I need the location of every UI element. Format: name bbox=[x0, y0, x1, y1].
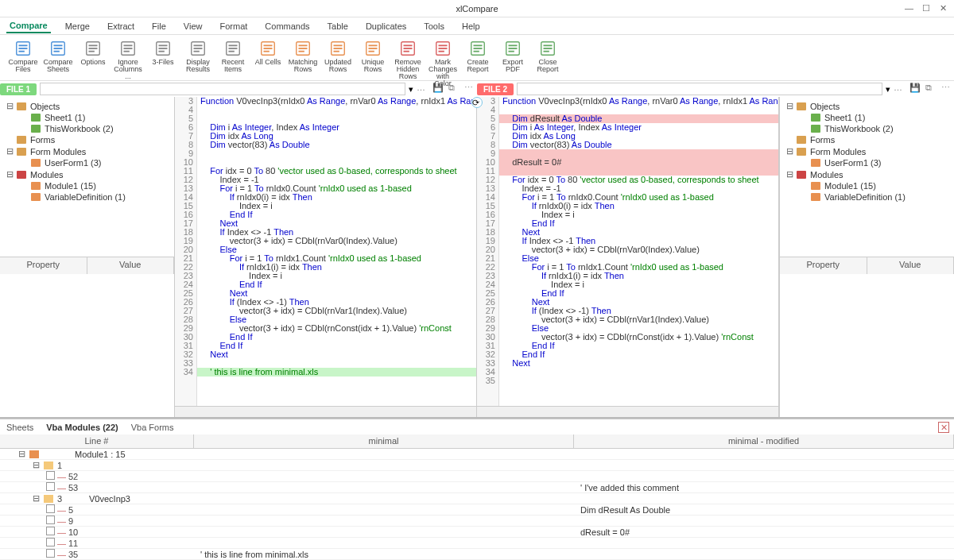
file1-copy-icon[interactable]: ⧉ bbox=[448, 83, 461, 95]
ribbon-all-cells[interactable]: All Cells bbox=[251, 38, 285, 68]
expand-icon[interactable]: ⊟ bbox=[29, 460, 43, 470]
file2-path-input[interactable] bbox=[517, 83, 882, 95]
tree-module1[interactable]: Module1 (15) bbox=[3, 180, 171, 191]
file2-copy-icon[interactable]: ⧉ bbox=[925, 83, 938, 95]
ribbon-close[interactable]: CloseReport bbox=[531, 38, 564, 75]
file2-dropdown-icon[interactable]: ▾ bbox=[886, 84, 890, 95]
diff-row[interactable]: ⊟3V0vecInp3 bbox=[0, 493, 954, 504]
diff-row[interactable]: —11 bbox=[0, 538, 954, 549]
file1-path-input[interactable] bbox=[40, 83, 405, 95]
menu-commands[interactable]: Commands bbox=[262, 20, 312, 33]
code-line[interactable] bbox=[197, 106, 476, 114]
code-line[interactable]: End If bbox=[499, 219, 778, 228]
prop-header-property-r[interactable]: Property bbox=[780, 257, 867, 274]
tree-thisworkbook[interactable]: ThisWorkbook (2) bbox=[783, 123, 951, 134]
prop-header-value[interactable]: Value bbox=[87, 257, 175, 274]
file2-more-icon[interactable]: ⋯ bbox=[941, 83, 954, 95]
close-icon[interactable]: ✕ bbox=[940, 3, 951, 14]
diff-row[interactable]: —5Dim dResult As Double bbox=[0, 504, 954, 516]
code-line[interactable] bbox=[197, 149, 476, 158]
tree-forms[interactable]: Forms bbox=[783, 134, 951, 145]
code-line[interactable]: End If bbox=[499, 350, 778, 359]
left-hscroll[interactable] bbox=[175, 406, 476, 417]
diff-grid[interactable]: ⊟Module1 : 15⊟1—52—53' I've added this c… bbox=[0, 449, 954, 560]
file1-more-icon[interactable]: ⋯ bbox=[464, 83, 477, 95]
ribbon-unique[interactable]: UniqueRows bbox=[356, 38, 390, 75]
code-line[interactable]: Function V0vecInp3(rnIdx0 As Range, rnVa… bbox=[197, 97, 476, 106]
tree-variabledefinition[interactable]: VariableDefinition (1) bbox=[3, 191, 171, 203]
diff-header-minimal[interactable]: minimal bbox=[194, 434, 574, 448]
tree-userform1[interactable]: UserForm1 (3) bbox=[783, 157, 951, 168]
diff-checkbox[interactable] bbox=[46, 538, 55, 546]
code-line[interactable] bbox=[499, 377, 778, 385]
menu-merge[interactable]: Merge bbox=[62, 20, 93, 33]
tree-module1[interactable]: Module1 (15) bbox=[783, 180, 951, 191]
diff-header-line[interactable]: Line # bbox=[0, 434, 194, 448]
diff-checkbox[interactable] bbox=[46, 482, 55, 491]
ribbon-3-files[interactable]: 3-Files bbox=[146, 38, 180, 68]
diff-row[interactable]: —35' this is line from minimal.xls bbox=[0, 549, 954, 560]
code-line[interactable]: Dim vector(83) As Double bbox=[197, 141, 476, 149]
file2-tool-icon[interactable]: … bbox=[894, 83, 906, 95]
code-line[interactable]: vector(3 + idx) = CDbl(rnVar0(Index).Val… bbox=[499, 245, 778, 254]
code-line[interactable]: End If bbox=[197, 342, 476, 350]
diff-checkbox[interactable] bbox=[46, 516, 55, 524]
menu-view[interactable]: View bbox=[180, 20, 206, 33]
expand-icon[interactable]: ⊟ bbox=[29, 493, 43, 504]
diff-checkbox[interactable] bbox=[46, 549, 55, 558]
tree-sheet1[interactable]: Sheet1 (1) bbox=[3, 112, 171, 123]
tree-forms[interactable]: Forms bbox=[3, 134, 171, 145]
code-line[interactable]: vector(3 + idx) = CDbl(rnVar0(Index).Val… bbox=[197, 237, 476, 245]
maximize-icon[interactable]: ☐ bbox=[922, 3, 933, 14]
tree-modules[interactable]: ⊟Modules bbox=[3, 168, 171, 180]
right-tree[interactable]: ⊟ObjectsSheet1 (1)ThisWorkbook (2)Forms⊟… bbox=[780, 97, 954, 257]
ribbon-compare[interactable]: CompareFiles bbox=[6, 38, 40, 75]
tree-objects[interactable]: ⊟Objects bbox=[3, 100, 171, 112]
diff-row[interactable]: —9 bbox=[0, 516, 954, 527]
bottom-tab-2[interactable]: Vba Forms bbox=[131, 423, 174, 432]
code-line[interactable] bbox=[499, 368, 778, 377]
ribbon-remove[interactable]: RemoveHidden Rows bbox=[391, 38, 425, 82]
diff-row[interactable]: —52 bbox=[0, 471, 954, 482]
code-line[interactable]: dResult = 0# bbox=[499, 158, 778, 167]
tree-form-modules[interactable]: ⊟Form Modules bbox=[3, 145, 171, 157]
code-line[interactable]: Next bbox=[499, 359, 778, 368]
menu-duplicates[interactable]: Duplicates bbox=[363, 20, 409, 33]
right-code[interactable]: Function V0vecInp3(rnIdx0 As Range, rnVa… bbox=[499, 97, 778, 406]
expand-icon[interactable]: ⊟ bbox=[6, 146, 16, 156]
tree-variabledefinition[interactable]: VariableDefinition (1) bbox=[783, 191, 951, 203]
menu-extract[interactable]: Extract bbox=[104, 20, 138, 33]
file2-tag[interactable]: FILE 2 bbox=[477, 83, 514, 95]
menu-help[interactable]: Help bbox=[459, 20, 483, 33]
diff-row[interactable]: ⊟Module1 : 15 bbox=[0, 449, 954, 460]
menu-tools[interactable]: Tools bbox=[421, 20, 448, 33]
diff-nav-icon[interactable]: ⟳ bbox=[471, 97, 483, 108]
expand-icon[interactable]: ⊟ bbox=[786, 146, 796, 156]
menu-format[interactable]: Format bbox=[217, 20, 251, 33]
code-line[interactable]: End If bbox=[197, 210, 476, 219]
prop-header-property[interactable]: Property bbox=[0, 257, 87, 274]
expand-icon[interactable]: ⊟ bbox=[14, 449, 29, 459]
code-line[interactable]: Dim vector(83) As Double bbox=[499, 141, 778, 149]
left-code[interactable]: Function V0vecInp3(rnIdx0 As Range, rnVa… bbox=[197, 97, 476, 406]
bottom-tab-1[interactable]: Vba Modules (22) bbox=[46, 423, 118, 432]
tree-sheet1[interactable]: Sheet1 (1) bbox=[783, 112, 951, 123]
file2-save-icon[interactable]: 💾 bbox=[909, 83, 922, 95]
minimize-icon[interactable]: — bbox=[905, 3, 916, 14]
diff-row[interactable]: —53' I've added this comment bbox=[0, 482, 954, 493]
file1-tag[interactable]: FILE 1 bbox=[0, 83, 37, 95]
expand-icon[interactable]: ⊟ bbox=[6, 169, 16, 180]
tree-userform1[interactable]: UserForm1 (3) bbox=[3, 157, 171, 168]
tree-thisworkbook[interactable]: ThisWorkbook (2) bbox=[3, 123, 171, 134]
menu-table[interactable]: Table bbox=[324, 20, 351, 33]
prop-header-value-r[interactable]: Value bbox=[867, 257, 955, 274]
ribbon-recent[interactable]: RecentItems bbox=[216, 38, 250, 75]
ribbon-updated[interactable]: UpdatedRows bbox=[321, 38, 355, 75]
close-diff-icon[interactable]: ✕ bbox=[938, 422, 949, 433]
file1-dropdown-icon[interactable]: ▾ bbox=[409, 84, 413, 95]
left-tree[interactable]: ⊟ObjectsSheet1 (1)ThisWorkbook (2)Forms⊟… bbox=[0, 97, 174, 257]
ribbon-compare[interactable]: CompareSheets bbox=[41, 38, 75, 75]
diff-checkbox[interactable] bbox=[46, 527, 55, 535]
ribbon-create[interactable]: CreateReport bbox=[461, 38, 494, 75]
diff-header-modified[interactable]: minimal - modified bbox=[574, 434, 954, 448]
